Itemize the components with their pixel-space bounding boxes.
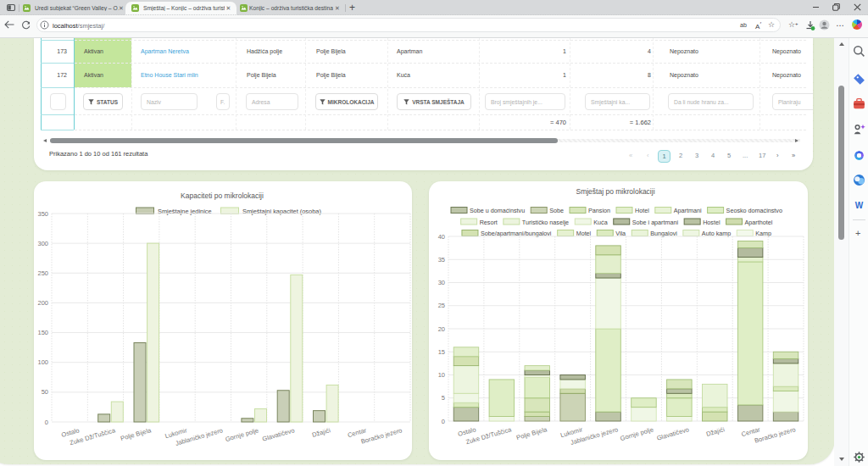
svg-text:Džajići: Džajići (311, 426, 331, 439)
svg-text:Polje Bijela: Polje Bijela (120, 426, 153, 442)
svg-text:Glavatičevo: Glavatičevo (656, 425, 690, 441)
svg-text:Sobe u domaćinstvu: Sobe u domaćinstvu (470, 207, 525, 214)
svg-text:Apartmani: Apartmani (674, 207, 702, 214)
svg-text:Gornje polje: Gornje polje (225, 426, 259, 443)
svg-text:150: 150 (37, 329, 48, 336)
svg-text:0: 0 (442, 418, 445, 425)
svg-text:25: 25 (438, 302, 445, 309)
svg-text:Hotel: Hotel (635, 207, 649, 214)
svg-text:350: 350 (37, 210, 48, 218)
svg-text:20: 20 (438, 325, 445, 333)
svg-text:Polje Bijela: Polje Bijela (515, 425, 548, 441)
svg-text:Aparthotel: Aparthotel (745, 219, 773, 226)
svg-text:Smještajne jedinice: Smještajne jedinice (158, 208, 212, 215)
svg-text:Smještajni kapacitet (osoba): Smještajni kapacitet (osoba) (242, 208, 321, 215)
svg-text:Seosko domaćinstvo: Seosko domaćinstvo (726, 207, 782, 214)
svg-text:100: 100 (37, 358, 48, 366)
svg-text:10: 10 (438, 371, 445, 379)
svg-text:40: 40 (438, 233, 445, 241)
svg-text:Kapaciteti po mikrolokaciji: Kapaciteti po mikrolokaciji (181, 191, 264, 200)
svg-text:Pansion: Pansion (588, 207, 610, 214)
svg-text:Boračko jezero: Boračko jezero (360, 426, 403, 445)
svg-text:300: 300 (37, 240, 48, 247)
svg-text:Boračko jezero: Boračko jezero (754, 425, 797, 444)
svg-text:15: 15 (438, 348, 445, 356)
svg-text:50: 50 (42, 388, 48, 396)
svg-text:250: 250 (37, 269, 48, 277)
svg-text:Kuća: Kuća (593, 219, 607, 226)
svg-text:5: 5 (442, 394, 445, 402)
svg-text:Resort: Resort (480, 219, 498, 226)
svg-text:Sobe i apartmani: Sobe i apartmani (632, 219, 679, 226)
svg-text:Gornje polje: Gornje polje (620, 425, 654, 442)
svg-text:Turističko naselje: Turističko naselje (522, 219, 569, 226)
svg-text:30: 30 (438, 279, 445, 286)
svg-text:Glavatičevo: Glavatičevo (261, 426, 295, 442)
svg-text:Sobe: Sobe (549, 207, 564, 214)
svg-text:35: 35 (438, 256, 445, 264)
svg-text:Hostel: Hostel (703, 219, 721, 226)
svg-text:200: 200 (37, 299, 48, 307)
svg-text:Džajići: Džajići (705, 425, 726, 438)
svg-text:Smještaj po mikrolokaciji: Smještaj po mikrolokaciji (576, 187, 654, 196)
svg-text:0: 0 (45, 419, 48, 426)
